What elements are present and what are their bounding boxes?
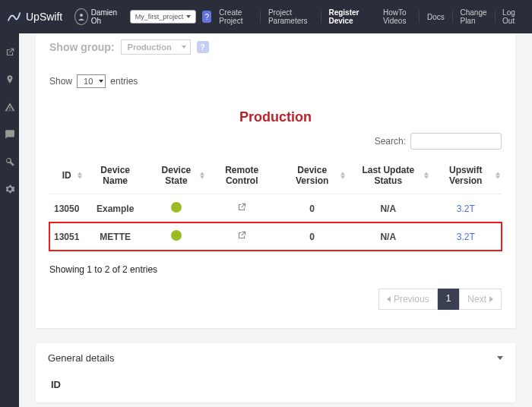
col-device-version[interactable]: Device Version bbox=[277, 157, 347, 194]
cell-remote[interactable] bbox=[206, 194, 277, 223]
sort-icon bbox=[78, 172, 82, 179]
wrench-icon[interactable] bbox=[5, 156, 15, 167]
col-device-state[interactable]: Device State bbox=[147, 157, 206, 194]
cell-name: METTE bbox=[84, 222, 147, 251]
sort-icon bbox=[424, 172, 429, 179]
search-input[interactable] bbox=[410, 133, 502, 150]
brand-logo[interactable]: UpSwift bbox=[6, 8, 62, 25]
col-last-update[interactable]: Last Update Status bbox=[347, 157, 430, 194]
col-remote-control[interactable]: Remote Control bbox=[206, 157, 277, 194]
wave-icon bbox=[6, 8, 23, 25]
gear-icon[interactable] bbox=[5, 184, 15, 194]
chevron-down-icon bbox=[497, 356, 503, 360]
details-id-label: ID bbox=[48, 364, 503, 393]
general-details-toggle[interactable]: General details bbox=[48, 352, 503, 364]
entries-count-select[interactable]: 10 bbox=[77, 74, 106, 88]
external-link-icon[interactable] bbox=[5, 47, 15, 58]
cell-id: 13051 bbox=[49, 222, 84, 251]
entries-row: Show 10 entries bbox=[49, 61, 502, 94]
table-info: Showing 1 to 2 of 2 entries bbox=[49, 251, 502, 289]
nav-create-project[interactable]: Create Project bbox=[211, 0, 260, 33]
col-upswift-version[interactable]: Upswift Version bbox=[430, 157, 502, 194]
cell-version: 0 bbox=[277, 222, 347, 251]
status-dot-icon bbox=[171, 230, 182, 241]
warning-icon[interactable] bbox=[5, 102, 15, 112]
chevron-down-icon bbox=[186, 15, 191, 18]
external-link-icon bbox=[236, 230, 247, 241]
page-number[interactable]: 1 bbox=[438, 289, 460, 310]
cell-state bbox=[147, 222, 206, 251]
table-row[interactable]: 13050 Example 0 N/A 3.2T bbox=[49, 194, 502, 223]
sort-icon bbox=[200, 172, 204, 179]
user-block[interactable]: Damien Oh bbox=[74, 8, 120, 25]
project-selector[interactable]: My_first_project bbox=[130, 10, 197, 24]
devices-panel: Show group: Production ? Show 10 entries… bbox=[36, 33, 515, 328]
cell-version: 0 bbox=[277, 194, 347, 223]
nav-links-left: Create Project Project Parameters Regist… bbox=[211, 0, 375, 33]
nav-change-plan[interactable]: Change Plan bbox=[452, 0, 494, 33]
show-group-select[interactable]: Production bbox=[121, 39, 191, 55]
nav-docs[interactable]: Docs bbox=[420, 0, 452, 33]
user-avatar-icon bbox=[74, 8, 87, 25]
external-link-icon bbox=[236, 202, 247, 213]
main-content: Show group: Production ? Show 10 entries… bbox=[19, 33, 532, 407]
sort-icon bbox=[340, 172, 345, 179]
cell-id: 13050 bbox=[49, 194, 84, 223]
section-title: Production bbox=[49, 109, 502, 125]
next-button[interactable]: Next bbox=[459, 289, 502, 310]
top-nav: UpSwift Damien Oh My_first_project ? Cre… bbox=[0, 0, 532, 33]
brand-text: UpSwift bbox=[26, 11, 62, 23]
status-dot-icon bbox=[171, 202, 182, 213]
nav-logout[interactable]: Log Out bbox=[495, 0, 526, 33]
entries-suffix-label: entries bbox=[110, 76, 138, 87]
chevron-left-icon bbox=[387, 296, 391, 302]
show-group-row: Show group: Production ? bbox=[49, 33, 502, 61]
cell-upswift[interactable]: 3.2T bbox=[430, 194, 502, 223]
table-row-highlighted[interactable]: 13051 METTE 0 N/A 3.2T bbox=[49, 222, 502, 251]
chat-icon[interactable] bbox=[5, 129, 15, 140]
nav-links-right: HowTo Videos Docs Change Plan Log Out bbox=[375, 0, 526, 33]
cell-last-update: N/A bbox=[347, 194, 430, 223]
col-id[interactable]: ID bbox=[49, 157, 84, 194]
cell-last-update: N/A bbox=[347, 222, 430, 251]
side-nav bbox=[0, 33, 19, 407]
user-name: Damien Oh bbox=[91, 8, 121, 25]
svg-point-0 bbox=[80, 14, 83, 17]
pagination: Previous 1 Next bbox=[49, 289, 502, 328]
help-button[interactable]: ? bbox=[202, 11, 211, 23]
col-device-name[interactable]: Device Name bbox=[84, 157, 147, 194]
cell-upswift[interactable]: 3.2T bbox=[430, 222, 502, 251]
details-title: General details bbox=[48, 352, 114, 364]
search-row: Search: bbox=[49, 133, 502, 150]
search-label: Search: bbox=[375, 136, 406, 147]
general-details-panel: General details ID bbox=[36, 343, 515, 402]
cell-state bbox=[147, 194, 206, 223]
cell-name: Example bbox=[84, 194, 147, 223]
nav-project-parameters[interactable]: Project Parameters bbox=[261, 0, 321, 33]
previous-button[interactable]: Previous bbox=[378, 289, 438, 310]
sort-icon bbox=[496, 172, 500, 179]
show-group-label: Show group: bbox=[49, 41, 115, 53]
help-button[interactable]: ? bbox=[197, 41, 209, 53]
nav-howto[interactable]: HowTo Videos bbox=[375, 0, 419, 33]
project-selected-label: My_first_project bbox=[135, 13, 184, 21]
devices-table: ID Device Name Device State Remote Contr… bbox=[49, 157, 502, 251]
entries-show-label: Show bbox=[49, 76, 72, 87]
chevron-right-icon bbox=[489, 296, 493, 302]
cell-remote[interactable] bbox=[206, 222, 277, 251]
pin-icon[interactable] bbox=[5, 74, 15, 85]
nav-register-device[interactable]: Register Device bbox=[321, 0, 375, 33]
